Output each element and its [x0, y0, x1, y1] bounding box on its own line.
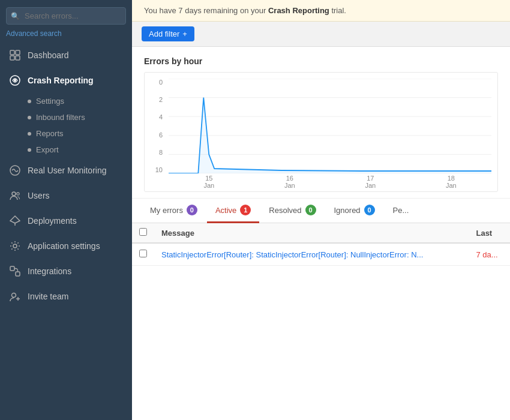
error-tabs: My errors 0 Active 1 Resolved 0 Ignored … [132, 199, 510, 223]
errors-table: Message Last StaticInjectorError[Router]… [132, 223, 510, 266]
dot-icon [28, 116, 31, 119]
error-last-seen: 7 da... [469, 243, 510, 266]
tab-my-errors[interactable]: My errors 0 [142, 199, 206, 223]
sidebar-sub-reports[interactable]: Reports [0, 125, 132, 142]
svg-rect-2 [10, 56, 14, 60]
add-filter-plus-icon: + [182, 29, 187, 38]
sidebar-item-invite-team[interactable]: Invite team [0, 284, 132, 309]
chart-title: Errors by hour [144, 56, 498, 66]
sidebar-item-users-label: Users [28, 191, 50, 200]
sidebar-item-app-settings[interactable]: Application settings [0, 233, 132, 259]
tab-ignored-label: Ignored [334, 206, 361, 215]
sidebar-item-dashboard[interactable]: Dashboard [0, 43, 132, 68]
chart-y-axis: 10 8 6 4 2 0 [145, 79, 166, 173]
chart-section: Errors by hour 10 8 6 4 2 0 [132, 47, 510, 199]
sidebar-item-integrations-label: Integrations [28, 266, 71, 276]
error-message-link[interactable]: StaticInjectorError[Router]: StaticInjec… [154, 243, 469, 266]
sidebar-item-rum-label: Real User Monitoring [28, 166, 107, 175]
svg-point-8 [17, 193, 19, 195]
sidebar-sub-reports-label: Reports [36, 129, 64, 138]
tab-ignored[interactable]: Ignored 0 [326, 199, 383, 223]
tab-active[interactable]: Active 1 [207, 199, 259, 223]
sidebar-item-invite-team-label: Invite team [28, 292, 68, 301]
tab-resolved[interactable]: Resolved 0 [260, 199, 324, 223]
app-settings-icon [8, 239, 22, 253]
deploy-icon [8, 214, 22, 227]
svg-rect-11 [16, 272, 20, 276]
svg-point-5 [14, 79, 16, 82]
tab-my-errors-badge: 0 [187, 205, 197, 215]
select-all-checkbox[interactable] [139, 228, 147, 236]
svg-point-9 [13, 244, 17, 248]
dot-icon [28, 148, 31, 152]
sidebar-sub-export[interactable]: Export [0, 142, 132, 158]
col-last-seen-header: Last [469, 223, 510, 243]
sidebar-sub-inbound-filters-label: Inbound filters [36, 113, 85, 122]
dashboard-icon [8, 49, 22, 62]
svg-point-12 [12, 293, 16, 298]
sidebar-sub-settings[interactable]: Settings [0, 93, 132, 109]
select-all-header [132, 223, 154, 243]
sidebar-item-dashboard-label: Dashboard [28, 50, 69, 60]
trial-banner: You have 7 days remaining on your Crash … [132, 0, 510, 22]
add-filter-button[interactable]: Add filter + [142, 26, 194, 41]
svg-point-7 [12, 192, 16, 196]
banner-text-before: You have 7 days remaining on your [144, 6, 268, 15]
users-icon [8, 189, 22, 202]
sidebar-item-crash-reporting[interactable]: Crash Reporting [0, 68, 132, 93]
dot-icon [28, 132, 31, 136]
invite-icon [8, 290, 22, 303]
svg-rect-10 [10, 266, 14, 271]
integrations-icon [8, 265, 22, 278]
tab-my-errors-label: My errors [150, 206, 183, 215]
search-section: 🔍 [0, 0, 132, 28]
svg-rect-3 [16, 56, 20, 60]
filters-toolbar: Add filter + [132, 22, 510, 47]
advanced-search-link[interactable]: Advanced search [0, 28, 132, 43]
tab-active-badge: 1 [240, 205, 251, 215]
sidebar-item-crash-reporting-label: Crash Reporting [28, 76, 94, 85]
svg-rect-0 [10, 50, 14, 55]
banner-text-after: trial. [329, 6, 346, 15]
search-icon: 🔍 [11, 12, 20, 20]
table-header-row: Message Last [132, 223, 510, 243]
sidebar: 🔍 Advanced search Dashboard Crash Report… [0, 0, 132, 420]
search-input[interactable] [6, 7, 126, 25]
tab-active-label: Active [215, 206, 236, 215]
tab-resolved-label: Resolved [269, 206, 301, 215]
crash-reporting-icon [8, 74, 22, 87]
chart-x-axis: 15Jan 16Jan 17Jan 18Jan [169, 175, 491, 189]
banner-text-bold: Crash Reporting [268, 6, 329, 15]
row-checkbox-cell [132, 243, 154, 266]
tab-pending[interactable]: Pe... [385, 199, 418, 223]
sidebar-item-users[interactable]: Users [0, 183, 132, 208]
sidebar-item-app-settings-label: Application settings [28, 241, 100, 251]
row-checkbox[interactable] [139, 250, 147, 257]
table-row: StaticInjectorError[Router]: StaticInjec… [132, 243, 510, 266]
sidebar-item-integrations[interactable]: Integrations [0, 259, 132, 284]
svg-rect-1 [16, 50, 20, 55]
errors-by-hour-chart: 10 8 6 4 2 0 [144, 72, 498, 192]
add-filter-label: Add filter [149, 29, 179, 38]
sidebar-sub-inbound-filters[interactable]: Inbound filters [0, 109, 132, 125]
errors-table-wrap: Message Last StaticInjectorError[Router]… [132, 223, 510, 266]
rum-icon [8, 164, 22, 177]
sidebar-item-deployments-label: Deployments [28, 216, 77, 226]
chart-svg [169, 79, 491, 173]
tab-resolved-badge: 0 [305, 205, 316, 215]
tab-pending-label: Pe... [393, 206, 409, 215]
main-content: You have 7 days remaining on your Crash … [132, 0, 510, 420]
col-message-header: Message [154, 223, 469, 243]
dot-icon [28, 100, 31, 103]
sidebar-item-deployments[interactable]: Deployments [0, 208, 132, 233]
sidebar-sub-export-label: Export [36, 145, 59, 154]
sidebar-sub-settings-label: Settings [36, 97, 64, 106]
sidebar-item-rum[interactable]: Real User Monitoring [0, 158, 132, 183]
tab-ignored-badge: 0 [364, 205, 375, 215]
